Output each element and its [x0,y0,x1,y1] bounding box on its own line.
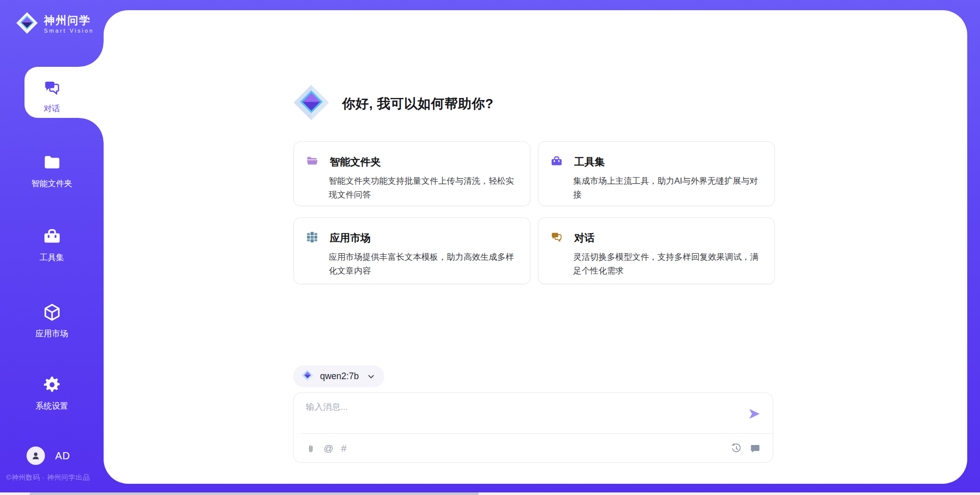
model-name: qwen2:7b [320,371,359,382]
chat-icon [550,231,563,245]
toolbox-icon [42,227,62,248]
card-smart-folder[interactable]: 智能文件夹 智能文件夹功能支持批量文件上传与清洗，轻松实现文件问答 [293,141,530,206]
sidebar-item-label: 应用市场 [36,329,68,339]
app-brand: 神州问学 Smart Vision [15,11,94,37]
chat-bubble-icon[interactable] [750,443,761,454]
sidebar-item-chat[interactable]: 对话 [0,79,104,114]
sidebar-item-label: 工具集 [40,253,64,263]
scrollbar-thumb[interactable] [30,492,479,495]
composer-divider [302,433,773,434]
folder-icon [42,153,62,174]
mention-icon[interactable]: @ [324,443,333,454]
card-description: 集成市场上主流工具，助力AI与外界无缝扩展与对接 [573,174,766,202]
history-icon[interactable] [731,443,742,454]
chevron-down-icon [367,373,375,381]
app-subtitle: Smart Vision [44,28,94,34]
card-description: 灵活切换多模型文件，支持多样回复效果调试，满足个性化需求 [573,250,766,278]
card-description: 智能文件夹功能支持批量文件上传与清洗，轻松实现文件问答 [329,174,522,202]
tab-curve-bottom [79,118,104,142]
sidebar: 神州问学 Smart Vision 对话 智能文件夹 [0,0,104,495]
card-chat[interactable]: 对话 灵活切换多模型文件，支持多样回复效果调试，满足个性化需求 [538,217,775,284]
card-toolset[interactable]: 工具集 集成市场上主流工具，助力AI与外界无缝扩展与对接 [538,141,775,206]
card-app-market[interactable]: 应用市场 应用市场提供丰富长文本模板，助力高效生成多样化文章内容 [293,217,530,284]
attachment-icon[interactable] [306,443,316,454]
greeting-text: 你好, 我可以如何帮助你? [342,95,494,113]
card-description: 应用市场提供丰富长文本模板，助力高效生成多样化文章内容 [329,250,522,278]
sidebar-item-label: 系统设置 [36,401,68,412]
message-input[interactable] [306,401,724,428]
model-logo-icon [301,369,314,384]
greeting-header: 你好, 我可以如何帮助你? [292,83,494,124]
user-initials: AD [55,450,70,462]
cube-icon [42,303,62,324]
folder-open-icon [306,155,318,169]
sidebar-item-toolset[interactable]: 工具集 [0,227,104,263]
toolbox-icon [550,155,563,169]
sidebar-item-label: 对话 [44,104,60,114]
brand-logo-icon [15,11,39,37]
tab-curve-top [79,42,104,67]
card-title: 应用市场 [330,231,371,245]
horizontal-scrollbar[interactable] [0,492,980,495]
card-title: 对话 [574,231,595,245]
message-composer: @ # [293,392,773,463]
app-title: 神州问学 [44,14,94,26]
send-icon[interactable] [746,406,763,422]
chat-icon [43,79,61,99]
assistant-logo-icon [292,83,331,124]
card-title: 工具集 [574,155,605,169]
copyright-text: ©神州数码 · 神州问学出品 [6,473,90,482]
user-account[interactable]: AD [27,447,70,465]
gear-icon [42,375,62,397]
sidebar-item-settings[interactable]: 系统设置 [0,375,104,412]
model-selector[interactable]: qwen2:7b [293,365,384,387]
sidebar-item-label: 智能文件夹 [32,179,72,189]
card-title: 智能文件夹 [330,155,381,169]
sidebar-item-smart-folder[interactable]: 智能文件夹 [0,153,104,189]
sidebar-item-app-market[interactable]: 应用市场 [0,303,104,339]
avatar [27,447,45,465]
hashtag-icon[interactable]: # [341,443,347,454]
grid-globe-icon [306,231,318,245]
